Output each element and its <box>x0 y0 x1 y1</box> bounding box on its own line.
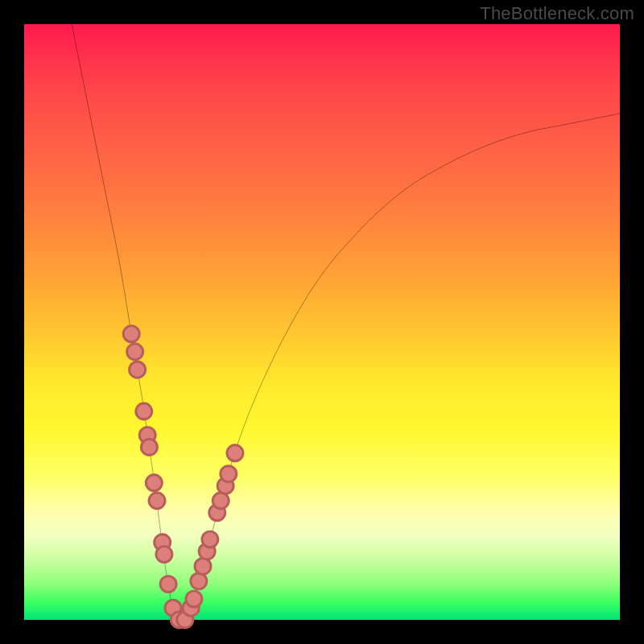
curve-markers <box>123 326 243 628</box>
marker-dot <box>130 361 146 378</box>
curve-svg <box>24 24 620 620</box>
marker-dot <box>160 576 176 592</box>
marker-dot <box>127 344 143 360</box>
bottleneck-curve <box>72 24 620 621</box>
marker-dot <box>123 326 139 342</box>
marker-dot <box>156 547 172 563</box>
marker-dot <box>136 403 152 419</box>
marker-dot <box>141 439 157 455</box>
marker-dot <box>221 466 237 482</box>
marker-dot <box>186 591 202 607</box>
chart-frame: TheBottleneck.com <box>0 0 644 644</box>
watermark-text: TheBottleneck.com <box>480 3 634 24</box>
plot-area <box>24 24 620 620</box>
marker-dot <box>202 531 218 547</box>
marker-dot <box>191 573 207 589</box>
marker-dot <box>195 558 211 574</box>
marker-dot <box>213 493 229 509</box>
marker-dot <box>149 493 165 509</box>
marker-dot <box>146 475 162 491</box>
marker-dot <box>227 445 243 461</box>
